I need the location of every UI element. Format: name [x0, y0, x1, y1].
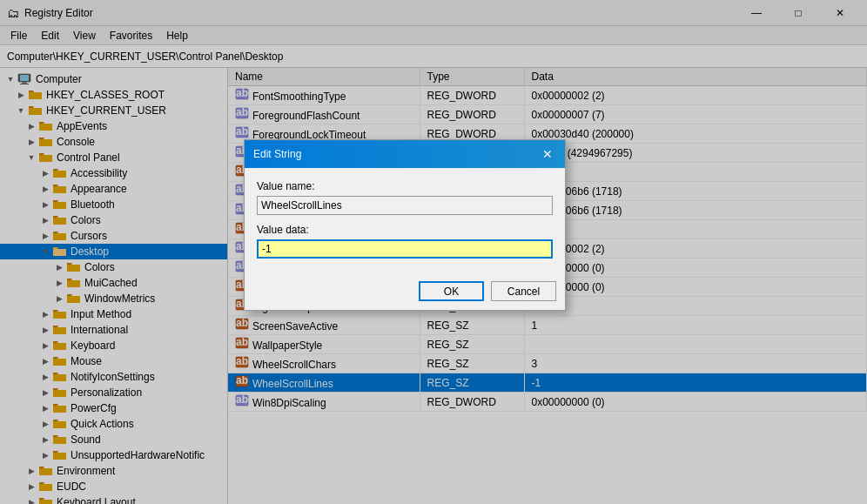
dialog-overlay: Edit String ✕ Value name: Value data: OK…: [0, 0, 867, 504]
edit-string-dialog: Edit String ✕ Value name: Value data: OK…: [244, 139, 566, 311]
ok-button[interactable]: OK: [419, 281, 484, 301]
value-data-input[interactable]: [257, 239, 553, 259]
value-name-input[interactable]: [257, 196, 553, 215]
cancel-button[interactable]: Cancel: [491, 281, 556, 301]
value-data-label: Value data:: [257, 224, 553, 236]
dialog-close-button[interactable]: ✕: [539, 145, 556, 163]
dialog-title-bar: Edit String ✕: [245, 140, 565, 168]
dialog-title-text: Edit String: [253, 148, 301, 160]
value-name-label: Value name:: [257, 180, 553, 192]
dialog-body: Value name: Value data:: [245, 168, 565, 276]
dialog-buttons: OK Cancel: [245, 276, 565, 310]
